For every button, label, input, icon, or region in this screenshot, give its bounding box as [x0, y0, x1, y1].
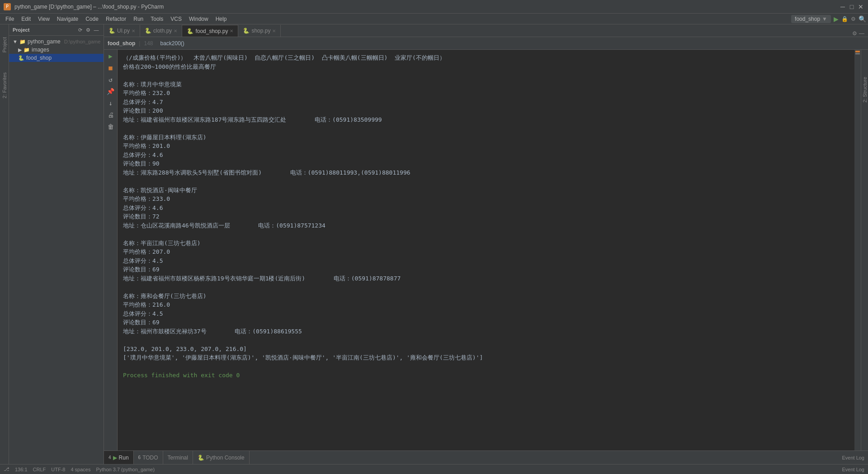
bottom-tabs: 4 ▶ Run 6 TODO Terminal 🐍 Python Console — [104, 451, 250, 464]
output-line: 总体评分：4.6 — [123, 151, 849, 160]
tabs-bar: 🐍 UI.py ✕ 🐍 cloth.py ✕ 🐍 food_shop.py ✕ … — [104, 24, 868, 37]
food-shop-file-icon: 🐍 — [18, 55, 24, 61]
run-button[interactable]: ▶ — [834, 15, 839, 23]
bottom-tab-python-console[interactable]: 🐍 Python Console — [193, 451, 250, 464]
menu-refactor[interactable]: Refactor — [102, 14, 130, 24]
tree-item-project[interactable]: ▼ 📁 python_game D:\python_game — [9, 38, 104, 46]
menu-code[interactable]: Code — [82, 14, 102, 24]
output-line: （/成廉价格(平均价)） 木曾八帼厅(闽味日) 自恋八帼厅(三之帼日) 凸卡帼美… — [123, 53, 849, 62]
menu-bar: File Edit View Navigate Code Refactor Ru… — [0, 14, 868, 24]
menu-window[interactable]: Window — [185, 14, 212, 24]
menu-run[interactable]: Run — [130, 14, 147, 24]
output-line: 总体评分：4.5 — [123, 309, 849, 318]
python-console-icon: 🐍 — [198, 455, 204, 461]
menu-view[interactable]: View — [34, 14, 53, 24]
run-rerun-btn[interactable]: ↺ — [106, 75, 115, 84]
settings-icon[interactable]: ⚙ — [851, 16, 856, 22]
panel-header-controls: ⟳ ⚙ — — [76, 26, 100, 33]
food-shop-label: food_shop — [26, 55, 52, 61]
output-line: 名称：璞月中华意境菜 — [123, 80, 849, 89]
structure-tab[interactable]: 2: Structure — [860, 68, 868, 112]
tab-cloth-icon: 🐍 — [145, 28, 151, 34]
menu-tools[interactable]: Tools — [147, 14, 167, 24]
project-tree: ▼ 📁 python_game D:\python_game ▶ 📁 image… — [9, 36, 104, 464]
output-line: 总体评分：4.5 — [123, 256, 849, 265]
structure-sidebar: 2: Structure — [861, 50, 868, 450]
main-layout: Project 2: Favorites Project ⟳ ⚙ — ▼ 📁 p… — [0, 24, 868, 464]
output-line: 地址：福州市鼓楼区光禄坊37号 电话：(0591)88619555 — [123, 327, 849, 336]
project-tab-icon[interactable]: Project — [0, 28, 9, 62]
tab-ui[interactable]: 🐍 UI.py ✕ — [104, 25, 140, 37]
panel-sync-btn[interactable]: ⟳ — [76, 26, 84, 33]
output-line: 平均价格：232.0 — [123, 89, 849, 98]
output-line — [123, 336, 849, 345]
tab-cloth[interactable]: 🐍 cloth.py ✕ — [140, 25, 182, 37]
run-config-dropdown-icon[interactable]: ▼ — [822, 16, 827, 22]
run-scroll-end-btn[interactable]: ↓ — [106, 99, 115, 108]
run-config-label: food_shop — [795, 16, 820, 22]
run-clear-btn[interactable]: 🗑 — [106, 122, 115, 131]
indent[interactable]: 4 spaces — [71, 467, 90, 472]
menu-file[interactable]: File — [2, 14, 18, 24]
output-line: 平均价格：233.0 — [123, 194, 849, 204]
event-log-status[interactable]: Event Log — [842, 467, 864, 472]
run-play-icon: ▶ — [113, 455, 117, 461]
tab-shop[interactable]: 🐍 shop.py ✕ — [238, 25, 281, 37]
status-bar: ⎇ 136:1 CRLF UTF-8 4 spaces Python 3.7 (… — [0, 464, 868, 474]
menu-vcs[interactable]: VCS — [167, 14, 185, 24]
close-button[interactable]: ✕ — [857, 3, 864, 10]
bottom-tab-python-console-label: Python Console — [206, 455, 245, 461]
encoding[interactable]: UTF-8 — [51, 467, 65, 472]
editor-hide-icon[interactable]: — — [859, 30, 864, 37]
run-print-btn[interactable]: 🖨 — [106, 110, 115, 119]
tab-cloth-label: cloth.py — [153, 28, 172, 34]
output-content[interactable]: （/成廉价格(平均价)） 木曾八帼厅(闽味日) 自恋八帼厅(三之帼日) 凸卡帼美… — [118, 50, 854, 450]
run-stop-btn[interactable]: ■ — [106, 63, 115, 72]
python-version[interactable]: Python 3.7 (python_game) — [96, 467, 155, 472]
line-ending[interactable]: CRLF — [33, 467, 46, 472]
bottom-tab-run[interactable]: 4 ▶ Run — [104, 451, 134, 464]
project-panel: Project ⟳ ⚙ — ▼ 📁 python_game D:\python_… — [9, 24, 104, 464]
bottom-tab-terminal[interactable]: Terminal — [163, 451, 193, 464]
output-line: 评论数目：69 — [123, 318, 849, 327]
menu-edit[interactable]: Edit — [18, 14, 34, 24]
panel-settings-btn[interactable]: ⚙ — [85, 26, 92, 33]
editor-settings-icon[interactable]: ⚙ — [852, 30, 857, 37]
search-button[interactable]: 🔍 — [859, 15, 866, 23]
favorites-tab-icon[interactable]: 2: Favorites — [0, 63, 9, 107]
output-line: Process finished with exit code 0 — [123, 371, 849, 380]
tree-item-images[interactable]: ▶ 📁 images — [9, 46, 104, 54]
run-play-btn[interactable]: ▶ — [106, 52, 115, 61]
tree-item-food-shop[interactable]: 🐍 food_shop — [9, 54, 104, 62]
tab-shop-icon: 🐍 — [243, 28, 250, 34]
bottom-tab-run-label: Run — [119, 455, 129, 461]
right-scrollbar[interactable] — [854, 50, 861, 450]
menu-navigate[interactable]: Navigate — [53, 14, 82, 24]
minimize-button[interactable]: ─ — [839, 3, 846, 10]
bottom-tab-todo[interactable]: 6 TODO — [134, 451, 163, 464]
tab-food-shop[interactable]: 🐍 food_shop.py ✕ — [182, 25, 238, 37]
output-line — [123, 362, 849, 371]
tab-food-shop-close[interactable]: ✕ — [230, 28, 233, 33]
bottom-tab-run-num: 4 — [108, 455, 111, 460]
tab-cloth-close[interactable]: ✕ — [174, 28, 177, 33]
status-left: ⎇ 136:1 CRLF UTF-8 4 spaces Python 3.7 (… — [4, 466, 155, 472]
left-panel-tabs: Project 2: Favorites — [0, 24, 9, 464]
status-right: Event Log — [842, 467, 864, 472]
menu-help[interactable]: Help — [212, 14, 231, 24]
maximize-button[interactable]: □ — [848, 3, 855, 10]
tab-ui-icon: 🐍 — [108, 28, 115, 34]
git-icon: ⎇ — [4, 466, 9, 472]
panel-close-btn[interactable]: — — [93, 26, 100, 33]
bottom-tab-todo-num: 6 — [138, 455, 141, 460]
tab-shop-label: shop.py — [251, 28, 270, 34]
tab-shop-close[interactable]: ✕ — [272, 28, 276, 33]
tab-food-shop-icon: 🐍 — [187, 28, 193, 34]
cursor-position: 136:1 — [15, 467, 28, 472]
lock-icon[interactable]: 🔒 — [841, 16, 848, 22]
output-line: 名称：伊藤屋日本料理(湖东店) — [123, 133, 849, 142]
run-pin-btn[interactable]: 📌 — [106, 87, 115, 96]
event-log-btn[interactable]: Event Log — [842, 455, 864, 460]
run-code-line: back200() — [160, 40, 184, 47]
tab-ui-close[interactable]: ✕ — [132, 28, 135, 33]
